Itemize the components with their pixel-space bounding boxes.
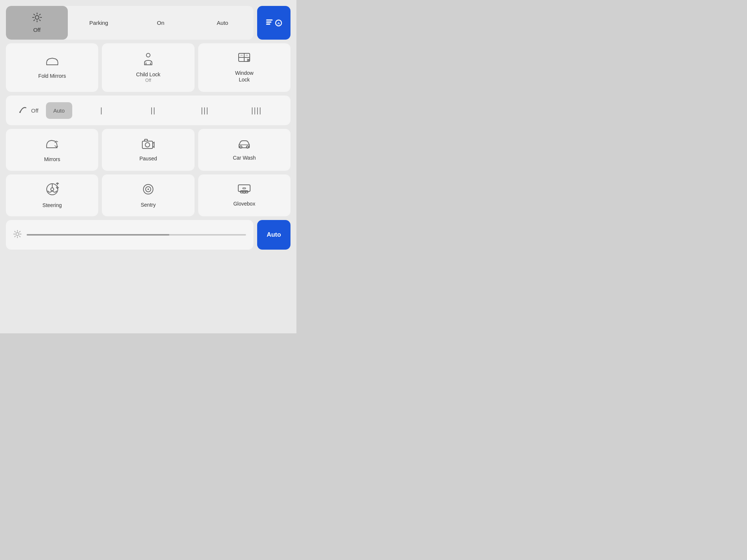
window-lock-icon [238, 52, 251, 66]
lighting-tabs: Off Parking On Auto [6, 6, 253, 40]
window-lock-card[interactable]: WindowLock [198, 43, 290, 92]
glovebox-card[interactable]: Glovebox [198, 174, 290, 216]
svg-line-7 [39, 14, 40, 15]
child-lock-label: Child Lock [136, 71, 160, 78]
wiper-row: Off Auto | || ||| |||| [6, 96, 290, 125]
fold-mirrors-label: Fold Mirrors [38, 73, 66, 79]
wiper-auto-label: Auto [53, 107, 65, 114]
brightness-fill [27, 234, 169, 236]
svg-line-8 [34, 20, 34, 21]
svg-point-39 [147, 189, 149, 190]
wiper-auto-option[interactable]: Auto [46, 102, 72, 119]
child-lock-card[interactable]: Child Lock Off [102, 43, 194, 92]
lighting-tab-parking[interactable]: Parking [68, 6, 130, 40]
mirrors-adjust-icon [45, 137, 59, 153]
controls-row: Fold Mirrors Child Lock Off [6, 43, 290, 92]
sentry-icon [142, 183, 155, 198]
lighting-tab-auto[interactable]: Auto [192, 6, 253, 40]
brightness-sun-icon [13, 230, 21, 240]
paused-label: Paused [139, 156, 157, 161]
lighting-tab-off[interactable]: Off [6, 6, 68, 40]
on-tab-label: On [157, 20, 164, 26]
child-lock-icon [142, 52, 154, 67]
svg-point-43 [16, 233, 19, 236]
window-lock-label: WindowLock [235, 70, 253, 83]
svg-rect-9 [266, 19, 273, 20]
wiper-speed-2[interactable]: || [144, 101, 163, 120]
steering-label: Steering [43, 202, 62, 208]
mirrors-label: Mirrors [44, 156, 60, 162]
glovebox-icon [238, 184, 251, 197]
svg-line-51 [15, 236, 16, 237]
svg-line-50 [19, 231, 20, 232]
sun-icon [32, 13, 42, 24]
svg-line-24 [56, 141, 58, 142]
svg-point-22 [19, 111, 21, 113]
svg-rect-42 [243, 188, 246, 189]
lighting-row: Off Parking On Auto [6, 6, 290, 40]
child-lock-sublabel: Off [136, 78, 160, 83]
wiper-speed-3[interactable]: ||| [196, 101, 214, 120]
auto-tab-label: Auto [217, 20, 228, 26]
svg-line-5 [34, 14, 34, 15]
action-grid: Mirrors Paused [6, 129, 290, 216]
wiper-off-option[interactable]: Off [10, 99, 46, 122]
main-screen: Off Parking On Auto [0, 0, 296, 333]
paused-card[interactable]: Paused [102, 129, 194, 171]
steering-icon [46, 183, 59, 199]
svg-line-48 [15, 231, 16, 232]
sentry-card[interactable]: Sentry [102, 174, 194, 216]
svg-rect-11 [266, 23, 270, 24]
brightness-slider[interactable] [27, 234, 246, 236]
car-wash-label: Car Wash [233, 155, 256, 161]
svg-point-28 [145, 143, 150, 147]
brightness-auto-button[interactable]: Auto [257, 220, 290, 250]
svg-line-26 [56, 146, 58, 147]
camera-icon [142, 138, 155, 152]
wiper-speeds: | || ||| |||| [72, 101, 286, 120]
lighting-tab-on[interactable]: On [130, 6, 192, 40]
svg-line-25 [55, 146, 56, 147]
brightness-row: Auto [6, 220, 290, 250]
off-tab-label: Off [33, 27, 41, 33]
svg-point-0 [35, 16, 39, 19]
svg-point-31 [246, 146, 249, 148]
brightness-card [6, 220, 253, 250]
wiper-icon [18, 104, 28, 117]
wiper-speed-1[interactable]: | [92, 101, 111, 120]
lighting-auto-button[interactable]: A [257, 6, 290, 40]
car-icon [237, 139, 252, 151]
wiper-speed-4[interactable]: |||| [247, 101, 266, 120]
svg-text:A: A [278, 21, 280, 25]
svg-line-6 [39, 20, 40, 21]
svg-point-34 [51, 188, 54, 191]
parking-tab-label: Parking [89, 20, 108, 26]
glovebox-label: Glovebox [233, 201, 255, 207]
svg-rect-10 [266, 21, 271, 23]
svg-point-30 [240, 146, 242, 148]
brightness-auto-label: Auto [267, 231, 281, 239]
sentry-label: Sentry [141, 202, 156, 208]
steering-card[interactable]: Steering [6, 174, 98, 216]
wiper-off-label: Off [31, 107, 39, 114]
fold-mirrors-card[interactable]: Fold Mirrors [6, 43, 98, 92]
svg-point-14 [146, 53, 150, 57]
mirrors-card[interactable]: Mirrors [6, 129, 98, 171]
svg-rect-29 [145, 139, 147, 141]
car-wash-card[interactable]: Car Wash [198, 129, 290, 171]
svg-line-49 [19, 236, 20, 237]
mirror-icon [45, 56, 59, 69]
